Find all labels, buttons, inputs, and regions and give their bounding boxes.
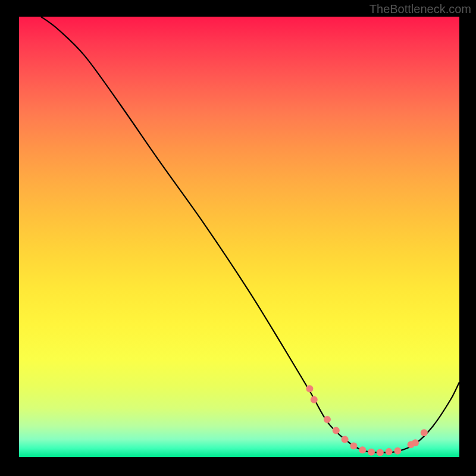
chart-svg-layer [19, 17, 459, 457]
highlight-dot [412, 439, 419, 446]
bottleneck-curve [41, 17, 459, 453]
attribution-text: TheBottleneck.com [369, 2, 471, 16]
highlight-dot [386, 448, 393, 455]
highlight-dot [368, 449, 375, 456]
highlight-dot [311, 396, 318, 403]
highlight-dot [394, 447, 401, 455]
highlight-dot [324, 416, 331, 423]
highlight-dot [350, 443, 357, 450]
highlight-dot [333, 427, 340, 434]
highlight-dot [342, 436, 349, 443]
highlight-dot [377, 449, 384, 456]
chart-plot-area [19, 17, 459, 457]
highlight-dot [306, 385, 313, 392]
highlight-dots-group [306, 385, 427, 456]
highlight-dot [359, 446, 366, 453]
highlight-dot [421, 429, 428, 436]
